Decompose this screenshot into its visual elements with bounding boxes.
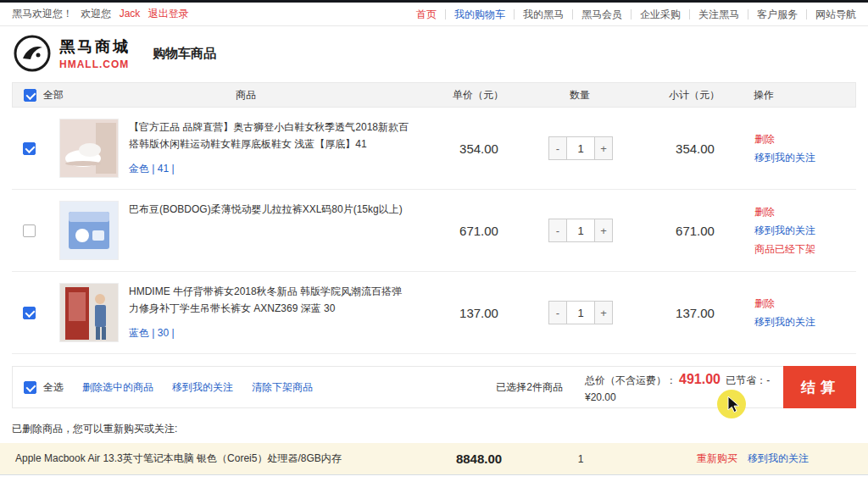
row2-qty-decrease-button[interactable]: -: [549, 219, 566, 241]
row1-product-image[interactable]: [59, 119, 119, 178]
row3-product-image[interactable]: [59, 283, 119, 342]
delete-selected-link[interactable]: 删除选中的商品: [82, 380, 153, 395]
row3-move-to-favorites-link[interactable]: 移到我的关注: [754, 315, 815, 330]
row3-qty-increase-button[interactable]: +: [595, 302, 612, 324]
deleted-item-price: 8848.00: [432, 452, 526, 466]
nav-service[interactable]: 客户服务: [748, 9, 807, 19]
total-price-label: 总价（不含运费）：: [585, 374, 676, 386]
row2-offline-status: 商品已经下架: [754, 242, 815, 257]
cart-table: 全部 商品 单价（元） 数量 小计（元） 操作: [12, 82, 856, 354]
row3-delete-link[interactable]: 删除: [754, 296, 775, 311]
brand-logo-icon[interactable]: [12, 33, 53, 74]
shopping-cart-page: 黑马欢迎您！ 欢迎您 Jack 退出登录 首页 我的购物车 我的黑马 黑马会员 …: [0, 0, 868, 482]
row2-qty-stepper: - +: [548, 219, 613, 242]
row2-delete-link[interactable]: 删除: [754, 205, 775, 219]
selected-count-text: 已选择2件商品: [496, 380, 563, 395]
row2-unit-price: 671.00: [432, 224, 526, 238]
brand-name-en: HMALL.COM: [59, 58, 131, 70]
header-subtotal: 小计（元）: [635, 88, 754, 102]
header-qty: 数量: [525, 88, 635, 102]
header-product: 商品: [60, 88, 431, 102]
welcome-prefix: 黑马欢迎您！: [12, 8, 73, 19]
row2-move-to-favorites-link[interactable]: 移到我的关注: [754, 224, 815, 238]
top-nav: 首页 我的购物车 我的黑马 黑马会员 企业采购 关注黑马 客户服务 网站导航: [408, 9, 856, 19]
deleted-item-title: Apple Macbook Air 13.3英寸笔记本电脑 银色（Corei5）…: [12, 452, 432, 466]
nav-my-heima[interactable]: 我的黑马: [515, 9, 573, 19]
welcome-area: 黑马欢迎您！ 欢迎您 Jack 退出登录: [12, 7, 194, 21]
row1-checkbox[interactable]: [23, 142, 36, 155]
mouse-cursor-icon: [726, 396, 742, 418]
row1-move-to-favorites-link[interactable]: 移到我的关注: [754, 151, 815, 165]
brand-header: 黑马商城 HMALL.COM 购物车商品: [0, 26, 868, 82]
row1-qty-stepper: - +: [548, 136, 613, 160]
select-all-bottom-checkbox[interactable]: [24, 381, 36, 394]
row3-subtotal: 137.00: [636, 306, 754, 320]
deleted-item-row: Apple Macbook Air 13.3英寸笔记本电脑 银色（Corei5）…: [0, 443, 868, 475]
brand-text: 黑马商城 HMALL.COM: [59, 36, 131, 70]
select-all-top-checkbox[interactable]: [24, 89, 36, 102]
header-check-cell: 全部: [13, 88, 60, 102]
nav-member[interactable]: 黑马会员: [573, 9, 632, 19]
brand-name-cn: 黑马商城: [59, 36, 131, 57]
nav-my-cart[interactable]: 我的购物车: [446, 9, 515, 19]
cart-row-diapers: 巴布豆(BOBDOG)柔薄悦动婴儿拉拉裤XXL码80片(15kg以上) 671.…: [12, 190, 856, 272]
row2-qty-increase-button[interactable]: +: [595, 219, 612, 241]
select-all-bottom-label: 全选: [43, 380, 64, 395]
nav-enterprise[interactable]: 企业采购: [632, 9, 690, 19]
page-title: 购物车商品: [153, 46, 216, 62]
deleted-move-to-favorites-link[interactable]: 移到我的关注: [748, 452, 809, 466]
row3-checkbox[interactable]: [23, 307, 36, 319]
row3-product-attrs[interactable]: 蓝色 | 30 |: [129, 326, 412, 341]
cart-row-overalls: HMDIME 牛仔背带裤女2018秋冬新品 韩版学院风潮流百搭弹力修身补丁学生吊…: [12, 272, 856, 354]
header-action: 操作: [754, 88, 855, 102]
deleted-item-qty: 1: [526, 453, 636, 465]
logout-link[interactable]: 退出登录: [148, 8, 189, 19]
row3-qty-input[interactable]: [566, 302, 595, 324]
top-bar: 黑马欢迎您！ 欢迎您 Jack 退出登录 首页 我的购物车 我的黑马 黑马会员 …: [0, 3, 868, 26]
nav-home[interactable]: 首页: [408, 9, 446, 19]
row1-unit-price: 354.00: [432, 141, 526, 156]
nav-follow[interactable]: 关注黑马: [690, 9, 748, 19]
rebuy-link[interactable]: 重新购买: [697, 452, 737, 466]
deleted-section-hint: 已删除商品，您可以重新购买或关注:: [12, 422, 856, 436]
row3-product-title[interactable]: HMDIME 牛仔背带裤女2018秋冬新品 韩版学院风潮流百搭弹力修身补丁学生吊…: [129, 283, 412, 318]
clear-offline-items-link[interactable]: 清除下架商品: [252, 380, 313, 395]
total-price-value: 491.00: [679, 372, 721, 386]
row2-subtotal: 671.00: [636, 224, 754, 238]
row3-unit-price: 137.00: [432, 306, 526, 320]
checkout-button[interactable]: 结算: [783, 366, 856, 408]
row1-delete-link[interactable]: 删除: [754, 132, 775, 147]
row1-product-attrs[interactable]: 金色 | 41 |: [129, 162, 412, 176]
row1-qty-increase-button[interactable]: +: [595, 137, 612, 159]
row2-product-image[interactable]: [59, 201, 119, 260]
total-price-block: 总价（不含运费）：491.00 已节省：-¥20.00: [585, 368, 775, 407]
row2-checkbox[interactable]: [23, 224, 36, 237]
row2-product-title[interactable]: 巴布豆(BOBDOG)柔薄悦动婴儿拉拉裤XXL码80片(15kg以上): [129, 201, 403, 218]
row1-product-title[interactable]: 【官方正品 品牌直营】奥古狮登小白鞋女秋季透气2018新款百搭韩版休闲鞋运动鞋女…: [129, 119, 412, 153]
row3-qty-decrease-button[interactable]: -: [549, 302, 566, 324]
row1-subtotal: 354.00: [636, 141, 754, 156]
move-selected-to-favorites-link[interactable]: 移到我的关注: [172, 380, 233, 395]
row2-qty-input[interactable]: [566, 219, 595, 241]
nav-sitemap[interactable]: 网站导航: [807, 9, 856, 19]
welcome-mid: 欢迎您: [81, 8, 111, 19]
cart-table-header: 全部 商品 单价（元） 数量 小计（元） 操作: [12, 82, 856, 108]
row1-qty-input[interactable]: [566, 137, 595, 159]
username-link[interactable]: Jack: [120, 8, 141, 19]
row3-qty-stepper: - +: [548, 301, 613, 324]
header-price: 单价（元）: [431, 88, 525, 102]
row1-qty-decrease-button[interactable]: -: [549, 137, 566, 159]
cart-row-shoes: 【官方正品 品牌直营】奥古狮登小白鞋女秋季透气2018新款百搭韩版休闲鞋运动鞋女…: [12, 108, 856, 190]
